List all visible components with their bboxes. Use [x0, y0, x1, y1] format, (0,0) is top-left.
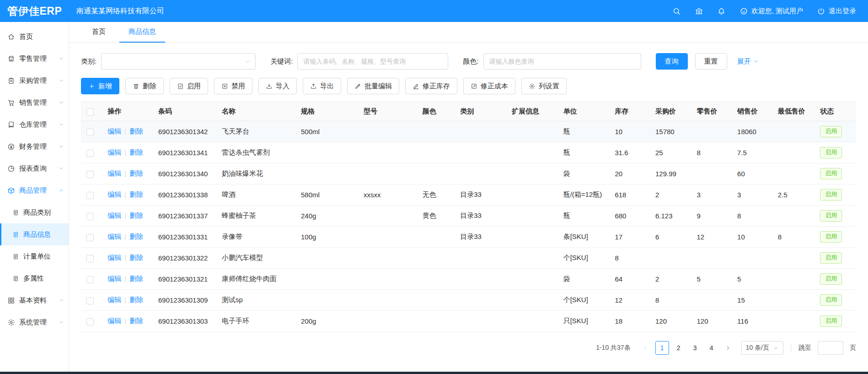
toolbar-button-9[interactable]: 列设置	[521, 78, 567, 94]
status-badge[interactable]: 启用	[820, 294, 842, 306]
status-badge[interactable]: 启用	[820, 189, 842, 201]
select-all-cell	[81, 102, 102, 121]
cell-retail_price: 5	[691, 269, 732, 290]
sidebar-item-10[interactable]: 计量单位	[0, 245, 69, 267]
toolbar-button-6[interactable]: 批量编辑	[347, 78, 399, 94]
delete-link[interactable]: 删除	[129, 317, 143, 325]
row-checkbox[interactable]	[86, 234, 94, 241]
sidebar-item-6[interactable]: 报表查询	[0, 157, 69, 179]
notifications-icon[interactable]	[717, 7, 726, 16]
link-divider: |	[124, 233, 126, 240]
sidebar-item-5[interactable]: 财务管理	[0, 136, 69, 157]
page-button-1[interactable]: 1	[655, 341, 669, 355]
row-checkbox[interactable]	[86, 192, 94, 199]
row-checkbox[interactable]	[86, 297, 94, 304]
color-input[interactable]	[483, 53, 641, 70]
delete-link[interactable]: 删除	[129, 296, 143, 304]
edit-link[interactable]: 编辑	[107, 233, 121, 240]
status-badge[interactable]: 启用	[820, 273, 842, 285]
sidebar-item-4[interactable]: 仓库管理	[0, 114, 69, 136]
sidebar-item-0[interactable]: 首页	[0, 26, 69, 48]
sidebar-item-11[interactable]: 多属性	[0, 267, 69, 289]
keyword-input[interactable]	[297, 53, 448, 70]
page-size-select[interactable]: 10 条/页	[741, 341, 783, 355]
sidebar-item-12[interactable]: 基本资料	[0, 289, 69, 311]
sidebar-item-8[interactable]: 商品类别	[0, 201, 69, 223]
delete-link[interactable]: 删除	[129, 169, 143, 177]
edit-line-icon	[413, 83, 419, 90]
reset-button[interactable]: 重置	[695, 53, 727, 70]
delete-link[interactable]: 删除	[129, 275, 143, 282]
sidebar-item-9[interactable]: 商品信息	[0, 223, 69, 245]
select-all-checkbox[interactable]	[86, 108, 94, 116]
main-content: 首页商品信息 类别: 关键词: 颜色: 查询 重置 展开 新增删除启用禁用导入导…	[69, 22, 868, 372]
status-badge[interactable]: 启用	[820, 168, 842, 179]
edit-link[interactable]: 编辑	[107, 148, 121, 156]
search-button[interactable]: 查询	[656, 53, 688, 70]
toolbar-button-8[interactable]: 修正成本	[463, 78, 515, 94]
sidebar-item-3[interactable]: 销售管理	[0, 92, 69, 114]
next-page-button[interactable]	[721, 341, 735, 355]
status-badge[interactable]: 启用	[820, 231, 842, 243]
toolbar-button-1[interactable]: 删除	[125, 78, 164, 94]
status-badge[interactable]: 启用	[820, 126, 842, 137]
sidebar-item-13[interactable]: 系统管理	[0, 311, 69, 333]
chevron-down-icon	[773, 345, 779, 351]
edit-link[interactable]: 编辑	[107, 169, 121, 177]
edit-link[interactable]: 编辑	[107, 254, 121, 261]
edit-link[interactable]: 编辑	[107, 317, 121, 325]
tab-1[interactable]: 商品信息	[119, 22, 165, 43]
cell-name: 蜂蜜柚子茶	[216, 206, 295, 227]
toolbar-button-2[interactable]: 启用	[170, 78, 208, 94]
delete-link[interactable]: 删除	[129, 254, 143, 261]
sidebar-item-7[interactable]: 商品管理	[0, 179, 69, 201]
row-checkbox[interactable]	[86, 318, 94, 325]
toolbar: 新增删除启用禁用导入导出批量编辑修正库存修正成本列设置	[81, 78, 856, 94]
row-checkbox[interactable]	[86, 150, 94, 157]
delete-link[interactable]: 删除	[129, 233, 143, 240]
status-badge[interactable]: 启用	[820, 210, 842, 222]
sidebar-item-1[interactable]: 零售管理	[0, 48, 69, 70]
toolbar-button-3[interactable]: 禁用	[214, 78, 252, 94]
toolbar-button-4[interactable]: 导入	[258, 78, 297, 94]
cell-color: 无色	[417, 184, 455, 206]
sidebar-item-label: 报表查询	[19, 164, 47, 173]
cell-spec	[295, 290, 358, 311]
toolbar-button-5[interactable]: 导出	[303, 78, 341, 94]
delete-link[interactable]: 删除	[129, 148, 143, 156]
row-checkbox[interactable]	[86, 255, 94, 262]
welcome-user[interactable]: 欢迎您, 测试用户	[739, 7, 803, 16]
edit-link[interactable]: 编辑	[107, 127, 121, 135]
status-badge[interactable]: 启用	[820, 315, 842, 327]
toolbar-button-7[interactable]: 修正库存	[405, 78, 457, 94]
cell-name: 电子手环	[216, 311, 295, 332]
row-checkbox[interactable]	[86, 129, 94, 136]
edit-link[interactable]: 编辑	[107, 275, 121, 282]
expand-link[interactable]: 展开	[737, 57, 759, 66]
page-button-2[interactable]: 2	[672, 341, 686, 355]
delete-link[interactable]: 删除	[129, 190, 143, 198]
tab-0[interactable]: 首页	[83, 22, 115, 43]
delete-link[interactable]: 删除	[129, 211, 143, 219]
sidebar-item-2[interactable]: 采购管理	[0, 70, 69, 92]
page-button-4[interactable]: 4	[705, 341, 718, 355]
edit-link[interactable]: 编辑	[107, 296, 121, 304]
search-icon[interactable]	[672, 7, 681, 16]
jump-input[interactable]	[818, 341, 843, 355]
row-checkbox[interactable]	[86, 213, 94, 220]
delete-link[interactable]: 删除	[129, 127, 143, 135]
logout-button[interactable]: 退出登录	[817, 7, 856, 16]
cell-unit: 袋	[558, 269, 610, 290]
prev-page-button[interactable]	[639, 341, 653, 355]
home-store-icon[interactable]	[695, 7, 703, 16]
page-button-3[interactable]: 3	[688, 341, 702, 355]
row-checkbox[interactable]	[86, 171, 94, 178]
row-checkbox[interactable]	[86, 276, 94, 283]
status-badge[interactable]: 启用	[820, 147, 842, 158]
edit-link[interactable]: 编辑	[107, 211, 121, 219]
status-badge[interactable]: 启用	[820, 252, 842, 264]
toolbar-button-0[interactable]: 新增	[81, 78, 119, 94]
category-select[interactable]	[101, 53, 256, 70]
edit-link[interactable]: 编辑	[107, 190, 121, 198]
cell-status: 启用	[814, 290, 856, 311]
